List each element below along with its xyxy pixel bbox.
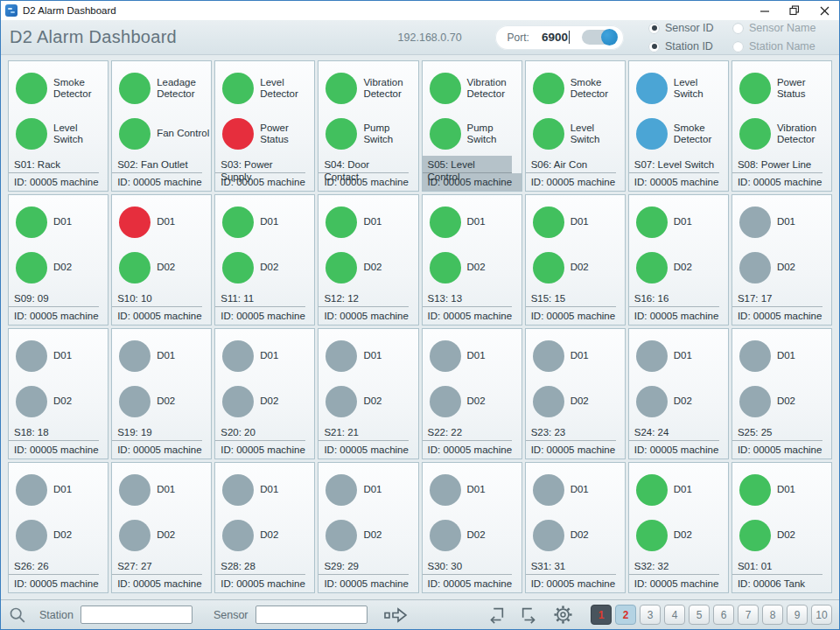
card-footer: S05: Level ControlID: 00005 machine: [423, 156, 522, 191]
card-footer: S23: 23ID: 00005 machine: [526, 424, 625, 458]
indicator-label: D02: [674, 396, 692, 408]
page-button-2[interactable]: 2: [615, 605, 636, 625]
indicator-label: Pump Switch: [363, 122, 417, 146]
station-card[interactable]: D01D02S31: 31ID: 00005 machine: [525, 462, 626, 593]
indicator-row: D02: [112, 513, 211, 558]
station-card[interactable]: Smoke DetectorLevel SwitchS01: RackID: 0…: [8, 60, 108, 192]
close-button[interactable]: [809, 1, 839, 20]
station-name: S05: Level Control: [423, 156, 513, 173]
indicator-label: D02: [674, 529, 692, 542]
status-light-gray: [739, 386, 771, 417]
station-card[interactable]: D01D02S01: 01ID: 00006 Tank: [732, 462, 832, 593]
status-light-blue: [636, 118, 668, 150]
station-name: S11: 11: [215, 290, 305, 307]
status-light-green: [326, 252, 357, 284]
station-card[interactable]: D01D02S12: 12ID: 00005 machine: [318, 194, 418, 326]
status-light-gray: [222, 340, 254, 372]
connection-toggle[interactable]: [582, 30, 617, 45]
pagination: 12345678910: [591, 605, 832, 625]
card-footer: S27: 27ID: 00005 machine: [112, 557, 211, 592]
status-light-gray: [533, 474, 564, 506]
indicator-label: D01: [260, 216, 278, 228]
page-button-1[interactable]: 1: [591, 605, 612, 625]
station-card[interactable]: D01D02S21: 21ID: 00005 machine: [318, 328, 418, 459]
station-search-input[interactable]: [80, 606, 192, 624]
station-card[interactable]: D01D02S32: 32ID: 00005 machine: [628, 462, 729, 593]
station-card[interactable]: Leadage DetectorFan ControlS02: Fan Outl…: [111, 60, 212, 192]
station-card[interactable]: D01D02S28: 28ID: 00005 machine: [214, 462, 315, 593]
station-card[interactable]: D01D02S18: 18ID: 00005 machine: [8, 328, 108, 459]
station-card[interactable]: D01D02S16: 16ID: 00005 machine: [628, 194, 729, 326]
station-card[interactable]: D01D02S26: 26ID: 00005 machine: [8, 462, 108, 593]
port-label: Port:: [508, 32, 529, 44]
page-button-8[interactable]: 8: [762, 605, 783, 625]
station-card[interactable]: D01D02S27: 27ID: 00005 machine: [111, 462, 212, 593]
station-card[interactable]: Level DetectorPower StatusS03: Power Sup…: [214, 60, 315, 192]
indicator-label: D01: [363, 484, 382, 496]
station-card[interactable]: Power StatusVibration DetectorS08: Power…: [732, 60, 832, 192]
status-light-green: [222, 252, 254, 284]
station-card[interactable]: D01D02S30: 30ID: 00005 machine: [422, 462, 522, 593]
station-card[interactable]: Vibration DetectorPump SwitchS04: Door C…: [318, 60, 418, 192]
indicator-label: D01: [674, 484, 692, 496]
page-button-9[interactable]: 9: [787, 605, 808, 625]
station-card[interactable]: Level SwitchSmoke DetectorS07: Level Swi…: [628, 60, 729, 192]
indicator-label: D01: [260, 484, 278, 496]
import-right-icon[interactable]: [520, 606, 539, 625]
status-light-gray: [636, 386, 668, 417]
station-id: ID: 00005 machine: [629, 575, 728, 592]
status-light-green: [739, 118, 771, 150]
status-light-gray: [636, 340, 668, 372]
indicator-row: D02: [732, 379, 831, 424]
station-card[interactable]: D01D02S19: 19ID: 00005 machine: [111, 328, 212, 459]
page-button-3[interactable]: 3: [640, 605, 661, 625]
indicator-row: D01: [112, 200, 211, 245]
go-arrow-icon[interactable]: [383, 606, 410, 624]
page-button-6[interactable]: 6: [713, 605, 734, 625]
station-card[interactable]: D01D02S13: 13ID: 00005 machine: [422, 194, 522, 326]
station-name: S27: 27: [112, 557, 202, 575]
indicator-label: D01: [570, 484, 589, 496]
station-card[interactable]: D01D02S23: 23ID: 00005 machine: [525, 328, 626, 459]
radio-sensor-name[interactable]: Sensor Name: [732, 20, 830, 36]
radio-station-id[interactable]: Station ID: [648, 38, 732, 54]
radio-sensor-id[interactable]: Sensor ID: [648, 20, 732, 36]
station-card[interactable]: D01D02S22: 22ID: 00005 machine: [422, 328, 522, 459]
indicator-label: D02: [363, 262, 382, 274]
indicator-label: D01: [674, 350, 692, 362]
indicator-row: D02: [318, 513, 417, 558]
card-footer: S20: 20ID: 00005 machine: [215, 424, 314, 458]
station-card[interactable]: D01D02S17: 17ID: 00005 machine: [732, 194, 832, 326]
page-button-7[interactable]: 7: [738, 605, 759, 625]
station-name: S10: 10: [112, 290, 202, 307]
station-card[interactable]: D01D02S24: 24ID: 00005 machine: [628, 328, 729, 459]
station-card[interactable]: D01D02S15: 15ID: 00005 machine: [525, 194, 626, 326]
station-card[interactable]: D01D02S25: 25ID: 00005 machine: [732, 328, 832, 459]
indicator-row: Smoke Detector: [9, 66, 108, 111]
indicator-row: D02: [423, 379, 522, 424]
restore-button[interactable]: [780, 1, 809, 20]
station-name: S30: 30: [423, 557, 513, 575]
indicator-row: D02: [9, 513, 108, 558]
station-card[interactable]: D01D02S09: 09ID: 00005 machine: [8, 194, 108, 326]
station-card[interactable]: Vibration DetectorPump SwitchS05: Level …: [422, 60, 522, 192]
indicator-label: D02: [467, 262, 486, 274]
radio-station-name[interactable]: Station Name: [732, 38, 830, 54]
page-button-10[interactable]: 10: [811, 605, 832, 625]
minimize-button[interactable]: [750, 1, 780, 20]
station-card[interactable]: Smoke DetectorLevel SwitchS06: Air ConID…: [525, 60, 626, 192]
station-card[interactable]: D01D02S11: 11ID: 00005 machine: [214, 194, 315, 326]
indicator-row: D02: [112, 245, 211, 290]
indicator-row: D02: [526, 513, 625, 558]
page-button-4[interactable]: 4: [664, 605, 685, 625]
port-input[interactable]: 6900: [542, 31, 570, 44]
export-left-icon[interactable]: [486, 606, 506, 625]
gear-icon[interactable]: [553, 605, 573, 625]
station-card[interactable]: D01D02S20: 20ID: 00005 machine: [214, 328, 315, 459]
sensor-search-input[interactable]: [256, 606, 368, 624]
indicator-label: D01: [157, 216, 175, 228]
indicator-label: D01: [363, 350, 382, 362]
page-button-5[interactable]: 5: [689, 605, 710, 625]
station-card[interactable]: D01D02S10: 10ID: 00005 machine: [111, 194, 212, 326]
station-card[interactable]: D01D02S29: 29ID: 00005 machine: [318, 462, 418, 593]
